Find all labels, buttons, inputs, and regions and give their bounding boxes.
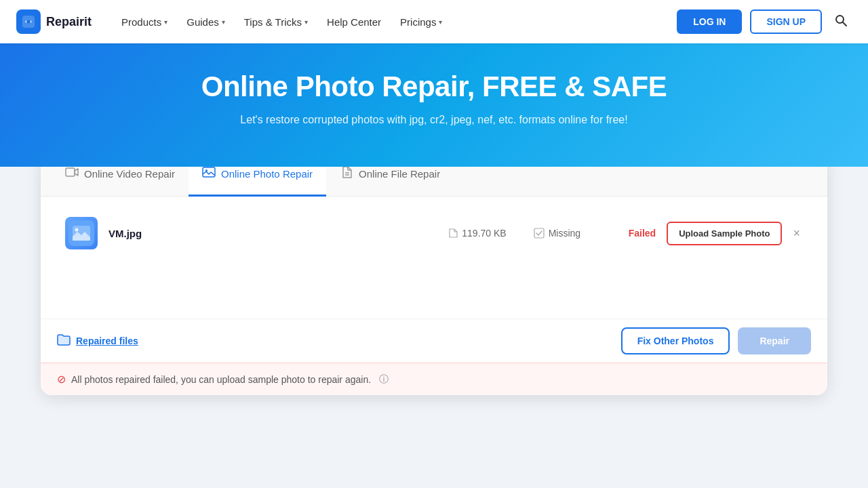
file-row: VM.jpg 119.70 KB Missing Failed xyxy=(57,207,811,259)
main-card: Online Video Repair Online Photo Repair xyxy=(41,153,827,395)
file-thumbnail xyxy=(65,217,98,249)
chevron-down-icon: ▾ xyxy=(304,18,308,26)
file-failed-label: Failed xyxy=(629,228,656,239)
nav-help[interactable]: Help Center xyxy=(319,11,389,33)
hero-subtitle: Let's restore corrupted photos with jpg,… xyxy=(16,114,852,126)
login-button[interactable]: LOG IN xyxy=(677,9,742,34)
repaired-files-link[interactable]: Repaired files xyxy=(57,333,138,349)
logo-text: Repairit xyxy=(46,15,92,29)
file-name: VM.jpg xyxy=(108,228,448,239)
svg-rect-11 xyxy=(534,228,544,238)
nav-tips[interactable]: Tips & Tricks ▾ xyxy=(236,11,316,33)
logo[interactable]: Repairit xyxy=(16,9,92,34)
navbar: Repairit Products ▾ Guides ▾ Tips & Tric… xyxy=(0,0,868,43)
error-icon: ⊘ xyxy=(57,373,66,386)
bottom-actions: Fix Other Photos Repair xyxy=(621,327,811,354)
search-icon[interactable] xyxy=(830,9,852,35)
chevron-down-icon: ▾ xyxy=(222,18,225,26)
file-status: Missing xyxy=(534,228,601,239)
file-size: 119.70 KB xyxy=(448,228,506,239)
photo-tab-icon xyxy=(202,165,216,182)
hero-section: Online Photo Repair, FREE & SAFE Let's r… xyxy=(0,43,868,167)
video-tab-icon xyxy=(65,165,79,182)
nav-right: LOG IN SIGN UP xyxy=(677,9,852,35)
nav-pricings[interactable]: Pricings ▾ xyxy=(392,11,450,33)
folder-icon xyxy=(57,333,71,349)
nav-guides[interactable]: Guides ▾ xyxy=(178,11,233,33)
nav-products[interactable]: Products ▾ xyxy=(113,11,176,33)
close-file-button[interactable]: × xyxy=(790,224,803,243)
svg-point-1 xyxy=(26,20,31,24)
chevron-down-icon: ▾ xyxy=(164,18,167,26)
svg-point-10 xyxy=(75,228,79,232)
bottom-bar: Repaired files Fix Other Photos Repair xyxy=(41,319,827,363)
repair-button[interactable]: Repair xyxy=(738,327,811,354)
file-tab-icon xyxy=(340,165,353,182)
error-banner: ⊘ All photos repaired failed, you can up… xyxy=(41,363,827,395)
info-icon[interactable]: ⓘ xyxy=(379,373,389,386)
logo-icon xyxy=(16,9,41,34)
nav-items: Products ▾ Guides ▾ Tips & Tricks ▾ Help… xyxy=(113,11,677,33)
fix-other-button[interactable]: Fix Other Photos xyxy=(621,327,730,354)
svg-rect-3 xyxy=(66,168,75,176)
chevron-down-icon: ▾ xyxy=(439,18,442,26)
upload-sample-button[interactable]: Upload Sample Photo xyxy=(667,222,782,245)
signup-button[interactable]: SIGN UP xyxy=(750,9,822,34)
hero-title: Online Photo Repair, FREE & SAFE xyxy=(16,70,852,103)
file-area: VM.jpg 119.70 KB Missing Failed xyxy=(41,197,827,319)
